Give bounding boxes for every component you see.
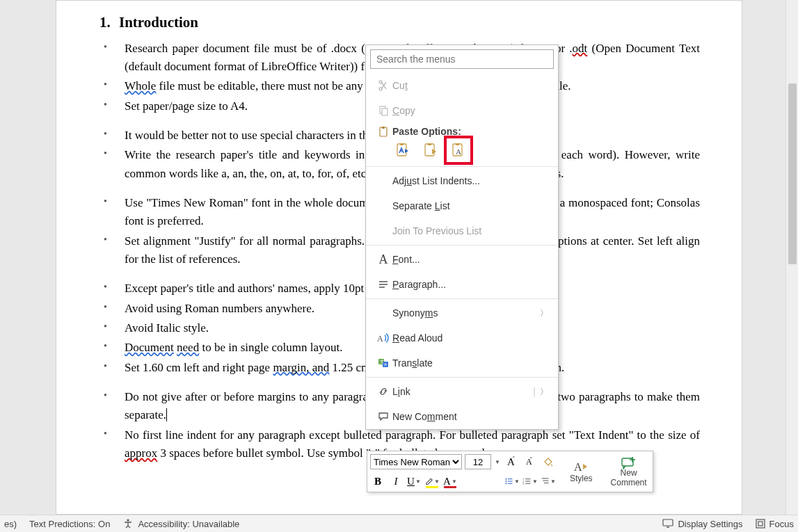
read-aloud-menu-item[interactable]: A Read Aloud <box>366 325 558 350</box>
paste-keep-source-button[interactable] <box>394 141 412 159</box>
paste-text-only-button[interactable]: A <box>449 141 468 159</box>
font-color-button[interactable]: A▼ <box>442 474 458 489</box>
heading-introduction: 1.Introduction <box>99 11 700 34</box>
translate-menu-item[interactable]: 文A Translate <box>366 350 558 376</box>
translate-label: Translate <box>392 357 551 369</box>
copy-icon <box>374 105 392 116</box>
font-size-input[interactable] <box>465 454 491 469</box>
bold-button[interactable]: B <box>370 474 385 489</box>
status-focus[interactable]: Focus <box>756 519 794 529</box>
new-comment-menu-item[interactable]: New Comment <box>366 404 558 429</box>
cut-label: Cut <box>392 80 408 91</box>
paste-options-label: Paste Options: <box>392 126 551 137</box>
menu-separator <box>366 377 558 378</box>
clipboard-icon <box>374 126 392 137</box>
svg-text:A: A <box>456 147 461 156</box>
scrollbar-thumb[interactable] <box>788 83 797 264</box>
focus-icon <box>756 519 765 529</box>
copy-menu-item[interactable]: Copy <box>366 98 558 123</box>
translate-icon: 文A <box>374 357 392 369</box>
paragraph-label: Paragraph... <box>392 279 551 290</box>
cut-menu-item[interactable]: Cut <box>366 73 558 98</box>
separate-list-menu-item[interactable]: Separate List <box>366 193 558 218</box>
scissors-icon <box>374 80 392 91</box>
separate-list-label: Separate List <box>392 200 551 211</box>
font-menu-item[interactable]: A Font... <box>366 247 558 272</box>
svg-text:3: 3 <box>522 482 524 485</box>
increase-font-button[interactable]: Aˆ <box>504 454 520 469</box>
svg-text:A: A <box>574 461 582 473</box>
menu-separator <box>366 166 558 167</box>
font-a-icon: A <box>374 252 392 267</box>
styles-label: Styles <box>570 474 593 483</box>
join-to-previous-list-menu-item[interactable]: Join To Previous List <box>366 218 558 243</box>
svg-text:A: A <box>384 362 387 366</box>
svg-point-26 <box>127 519 129 521</box>
synonyms-label: Synonyms <box>392 307 540 319</box>
paragraph-icon <box>374 279 392 290</box>
read-aloud-label: Read Aloud <box>392 332 551 344</box>
svg-text:A: A <box>377 334 383 344</box>
chevron-right-icon: 〉 <box>540 307 551 319</box>
paste-options-label-row: Paste Options: <box>366 123 558 138</box>
highlight-color-button[interactable]: ▼ <box>424 474 440 489</box>
svg-point-0 <box>379 88 382 90</box>
paste-options-row: A <box>366 138 558 165</box>
status-left-truncated[interactable]: es) <box>4 519 17 529</box>
adjust-list-indents-menu-item[interactable]: Adjust List Indents... <box>366 168 558 193</box>
accessibility-icon <box>122 518 134 529</box>
multilevel-list-button[interactable]: ▼ <box>541 474 556 489</box>
status-display-settings[interactable]: Display Settings <box>662 519 742 529</box>
menu-separator <box>366 245 558 245</box>
svg-point-20 <box>505 483 506 484</box>
synonyms-menu-item[interactable]: Synonyms 〉 <box>366 300 558 325</box>
status-text-predictions[interactable]: Text Predictions: On <box>29 519 110 529</box>
svg-rect-27 <box>663 519 673 526</box>
svg-rect-5 <box>382 127 385 129</box>
new-comment-label: New Comment <box>392 411 551 422</box>
link-label: Link <box>392 386 533 397</box>
link-icon <box>374 386 392 397</box>
link-menu-item[interactable]: Link | 〉 <box>366 379 558 404</box>
new-comment-label-2: Comment <box>611 478 647 487</box>
svg-rect-29 <box>758 522 763 526</box>
format-painter-button[interactable] <box>541 454 556 469</box>
svg-rect-9 <box>428 143 431 145</box>
menu-search-input[interactable] <box>370 49 554 69</box>
status-accessibility[interactable]: Accessibility: Unavailable <box>122 518 239 529</box>
monitor-icon <box>662 519 673 529</box>
paragraph-menu-item[interactable]: Paragraph... <box>366 272 558 297</box>
chevron-right-icon: 〉 <box>540 386 551 398</box>
font-size-dropdown-icon[interactable]: ▼ <box>495 459 500 465</box>
font-label: Font... <box>392 254 551 265</box>
svg-rect-11 <box>456 143 459 145</box>
new-comment-button[interactable]: New Comment <box>607 454 651 489</box>
italic-button[interactable]: I <box>388 474 404 489</box>
read-aloud-icon: A <box>374 332 392 344</box>
svg-rect-3 <box>382 108 388 115</box>
numbering-button[interactable]: 123▼ <box>522 474 538 489</box>
svg-rect-28 <box>756 519 765 528</box>
join-to-previous-list-label: Join To Previous List <box>392 225 551 236</box>
underline-button[interactable]: U▼ <box>406 474 422 489</box>
svg-rect-7 <box>400 143 404 145</box>
svg-point-19 <box>505 481 506 482</box>
decrease-font-button[interactable]: Aˇ <box>522 454 538 469</box>
new-comment-label-1: New <box>621 468 637 478</box>
context-menu: Cut Copy Paste Options: A Adjust List In… <box>365 45 559 430</box>
styles-button[interactable]: A Styles <box>566 454 597 489</box>
svg-point-1 <box>379 81 382 83</box>
vertical-scrollbar[interactable] <box>785 0 798 515</box>
adjust-list-indents-label: Adjust List Indents... <box>392 175 551 186</box>
bullets-button[interactable]: ▼ <box>504 474 520 489</box>
split-separator: | <box>533 386 536 397</box>
copy-label: Copy <box>392 105 415 116</box>
paste-merge-formatting-button[interactable] <box>422 141 440 159</box>
menu-separator <box>366 298 558 299</box>
mini-toolbar: Times New Roman ▼ B I U▼ ▼ A▼ Aˆ Aˇ ▼ <box>367 451 653 492</box>
font-name-select[interactable]: Times New Roman <box>370 454 462 469</box>
svg-point-18 <box>505 478 506 480</box>
status-bar: es) Text Predictions: On Accessibility: … <box>0 515 798 532</box>
comment-icon <box>374 411 392 422</box>
